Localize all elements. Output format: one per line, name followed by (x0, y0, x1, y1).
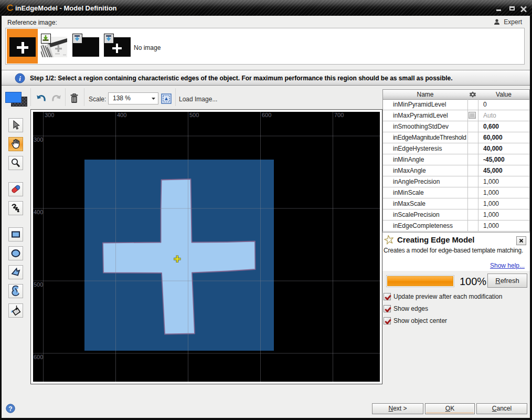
svg-text:600: 600 (34, 354, 43, 360)
svg-text:400: 400 (117, 112, 126, 118)
svg-text:300: 300 (45, 112, 54, 118)
svg-text:300: 300 (34, 136, 43, 143)
svg-text:500: 500 (34, 281, 43, 288)
svg-text:400: 400 (34, 209, 43, 215)
svg-text:i: i (19, 75, 21, 82)
svg-text:500: 500 (189, 112, 199, 118)
svg-text:?: ? (8, 405, 12, 413)
svg-text:700: 700 (334, 112, 344, 118)
svg-text:600: 600 (262, 112, 271, 118)
